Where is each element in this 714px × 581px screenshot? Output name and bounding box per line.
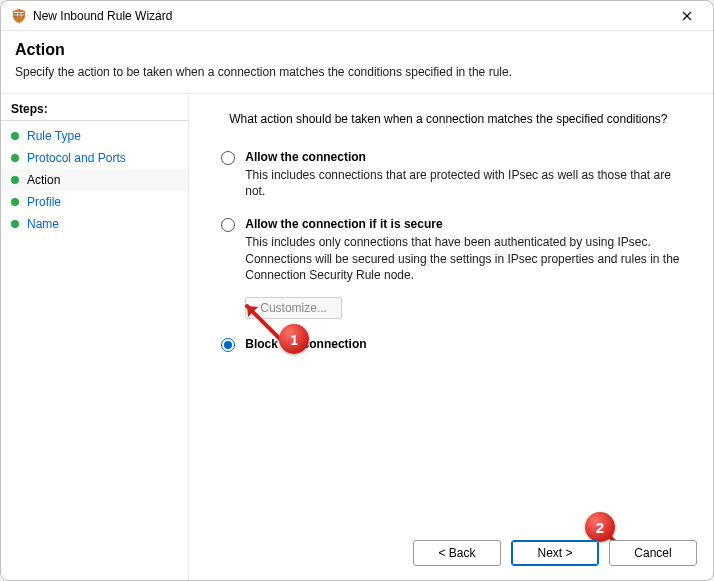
radio-allow-secure[interactable] xyxy=(221,218,235,232)
radio-block[interactable] xyxy=(221,338,235,352)
close-icon xyxy=(682,11,692,21)
step-profile[interactable]: Profile xyxy=(1,191,188,213)
step-label: Name xyxy=(27,217,59,231)
step-label: Action xyxy=(27,173,60,187)
page-title: Action xyxy=(15,41,699,59)
firewall-shield-icon xyxy=(11,8,27,24)
step-protocol-and-ports[interactable]: Protocol and Ports xyxy=(1,147,188,169)
steps-sidebar: Steps: Rule Type Protocol and Ports Acti… xyxy=(1,94,189,580)
step-label: Profile xyxy=(27,195,61,209)
step-label: Protocol and Ports xyxy=(27,151,126,165)
svg-rect-4 xyxy=(21,12,22,17)
step-rule-type[interactable]: Rule Type xyxy=(1,125,188,147)
svg-rect-2 xyxy=(14,14,24,15)
option-block[interactable]: Block the connection xyxy=(221,337,681,352)
customize-row: Customize... xyxy=(245,297,681,319)
window-title: New Inbound Rule Wizard xyxy=(33,9,172,23)
option-allow[interactable]: Allow the connection This includes conne… xyxy=(221,150,681,199)
option-allow-secure-label[interactable]: Allow the connection if it is secure xyxy=(245,217,681,231)
option-allow-secure-desc: This includes only connections that have… xyxy=(245,234,681,283)
option-block-label[interactable]: Block the connection xyxy=(245,337,681,351)
page-subtitle: Specify the action to be taken when a co… xyxy=(15,65,699,79)
svg-rect-1 xyxy=(14,12,24,13)
step-label: Rule Type xyxy=(27,129,81,143)
wizard-button-row: < Back Next > Cancel xyxy=(413,540,697,566)
step-name[interactable]: Name xyxy=(1,213,188,235)
step-bullet-icon xyxy=(11,154,19,162)
option-allow-label[interactable]: Allow the connection xyxy=(245,150,681,164)
close-button[interactable] xyxy=(669,2,705,30)
step-bullet-icon xyxy=(11,198,19,206)
radio-allow[interactable] xyxy=(221,151,235,165)
next-button[interactable]: Next > xyxy=(511,540,599,566)
cancel-button[interactable]: Cancel xyxy=(609,540,697,566)
option-allow-secure[interactable]: Allow the connection if it is secure Thi… xyxy=(221,217,681,283)
step-bullet-icon xyxy=(11,132,19,140)
step-bullet-icon xyxy=(11,220,19,228)
step-action[interactable]: Action xyxy=(1,169,188,191)
main-panel: What action should be taken when a conne… xyxy=(189,94,713,580)
step-bullet-icon xyxy=(11,176,19,184)
steps-heading: Steps: xyxy=(1,100,188,121)
svg-rect-3 xyxy=(17,12,18,17)
wizard-window: New Inbound Rule Wizard Action Specify t… xyxy=(0,0,714,581)
annotation-badge-2: 2 xyxy=(585,512,615,542)
customize-button: Customize... xyxy=(245,297,342,319)
titlebar: New Inbound Rule Wizard xyxy=(1,1,713,31)
back-button[interactable]: < Back xyxy=(413,540,501,566)
steps-list: Rule Type Protocol and Ports Action Prof… xyxy=(1,125,188,235)
action-prompt: What action should be taken when a conne… xyxy=(221,112,681,126)
wizard-header: Action Specify the action to be taken wh… xyxy=(1,31,713,94)
wizard-body: Steps: Rule Type Protocol and Ports Acti… xyxy=(1,94,713,580)
option-allow-desc: This includes connections that are prote… xyxy=(245,167,681,199)
